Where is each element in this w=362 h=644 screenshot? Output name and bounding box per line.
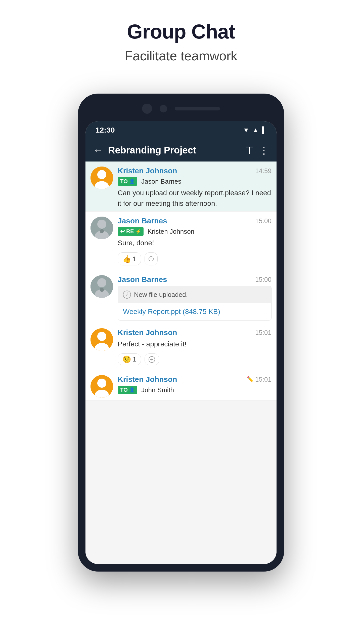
- avatar: [90, 275, 113, 298]
- message-content: Jason Barnes 15:00 ↩ RE ⚡ Kristen Johnso…: [118, 217, 272, 267]
- speaker-icon: [175, 107, 220, 110]
- message-content: Kristen Johnson 15:01 Perfect - apprecia…: [118, 328, 272, 367]
- svg-point-1: [97, 170, 106, 179]
- status-icons: ▼ ▲ ▌: [243, 126, 266, 134]
- signal-icon: ▲: [252, 126, 259, 134]
- page-subtitle: Facilitate teamwork: [0, 48, 362, 63]
- avatar: [90, 217, 113, 239]
- svg-point-21: [97, 379, 106, 388]
- worried-emoji: 😟: [122, 355, 131, 364]
- reactions: 😟 1: [118, 353, 272, 365]
- message-header: Jason Barnes 15:00: [118, 217, 272, 225]
- phone-top-bar: [85, 101, 277, 116]
- add-reaction-button[interactable]: [145, 252, 158, 265]
- battery-icon: ▌: [262, 126, 266, 134]
- phone-screen: 12:30 ▼ ▲ ▌ ← Rebranding Project ⊤ ⋮: [85, 121, 277, 564]
- mention-line: TO 👤 John Smith: [118, 386, 272, 394]
- to-badge: TO 👤: [118, 177, 137, 186]
- message-item: Kristen Johnson ✏️ 15:01 TO 👤 John Smith: [85, 370, 277, 400]
- phone-wrapper: 12:30 ▼ ▲ ▌ ← Rebranding Project ⊤ ⋮: [78, 94, 284, 572]
- camera-small-icon: [160, 105, 167, 112]
- sender-name: Jason Barnes: [118, 275, 167, 284]
- more-options-icon[interactable]: ⋮: [259, 144, 269, 156]
- sender-name: Jason Barnes: [118, 217, 167, 225]
- phone-frame: 12:30 ▼ ▲ ▌ ← Rebranding Project ⊤ ⋮: [78, 94, 284, 572]
- file-info-text: New file uploaded.: [134, 291, 188, 299]
- svg-point-13: [100, 288, 104, 292]
- svg-point-15: [97, 332, 106, 341]
- message-item: Kristen Johnson 15:01 Perfect - apprecia…: [85, 323, 277, 370]
- message-time: 14:59: [255, 167, 272, 175]
- back-button[interactable]: ←: [93, 145, 103, 156]
- message-text: Sure, done!: [118, 238, 272, 248]
- to-badge: TO 👤: [118, 386, 137, 394]
- message-header: Kristen Johnson 15:01: [118, 328, 272, 337]
- message-text: Perfect - appreciate it!: [118, 339, 272, 349]
- avatar: [90, 328, 113, 351]
- mention-name: Kristen Johnson: [148, 228, 194, 235]
- svg-point-11: [97, 278, 106, 287]
- message-item: Kristen Johnson 14:59 TO 👤 Jason Barnes …: [85, 162, 277, 212]
- chat-header: ← Rebranding Project ⊤ ⋮: [85, 139, 277, 162]
- mention-line: TO 👤 Jason Barnes: [118, 177, 272, 186]
- file-info-bar: i New file uploaded.: [118, 286, 271, 303]
- thumbsup-reaction[interactable]: 👍 1: [118, 252, 141, 265]
- info-icon: i: [123, 291, 131, 299]
- page-title: Group Chat: [0, 20, 362, 43]
- message-time: ✏️ 15:01: [247, 376, 272, 383]
- svg-point-6: [100, 229, 104, 233]
- status-time: 12:30: [96, 126, 115, 134]
- page-header: Group Chat Facilitate teamwork: [0, 0, 362, 73]
- add-reaction-button[interactable]: [145, 353, 159, 365]
- re-badge: ↩ RE ⚡: [118, 227, 144, 236]
- sender-name: Kristen Johnson: [118, 167, 177, 175]
- message-time: 15:00: [255, 276, 272, 284]
- avatar: [90, 375, 113, 398]
- file-message: i New file uploaded. Weekly Report.ppt (…: [118, 286, 272, 320]
- chat-body: Kristen Johnson 14:59 TO 👤 Jason Barnes …: [85, 162, 277, 564]
- chat-title: Rebranding Project: [108, 145, 240, 156]
- file-link[interactable]: Weekly Report.ppt (848.75 KB): [118, 303, 271, 320]
- svg-point-4: [97, 220, 106, 229]
- pin-icon[interactable]: ⊤: [245, 144, 254, 156]
- mention-line: ↩ RE ⚡ Kristen Johnson: [118, 227, 272, 236]
- message-header: Kristen Johnson 14:59: [118, 167, 272, 175]
- message-content: Jason Barnes 15:00 i New file uploaded. …: [118, 275, 272, 320]
- message-item: Jason Barnes 15:00 ↩ RE ⚡ Kristen Johnso…: [85, 212, 277, 270]
- sender-name: Kristen Johnson: [118, 328, 177, 337]
- message-content: Kristen Johnson 14:59 TO 👤 Jason Barnes …: [118, 167, 272, 209]
- mention-name: Jason Barnes: [141, 178, 181, 185]
- thumbsup-emoji: 👍: [122, 255, 131, 263]
- message-item: Jason Barnes 15:00 i New file uploaded. …: [85, 270, 277, 323]
- message-header: Kristen Johnson ✏️ 15:01: [118, 375, 272, 384]
- message-content: Kristen Johnson ✏️ 15:01 TO 👤 John Smith: [118, 375, 272, 398]
- message-time: 15:01: [255, 329, 272, 337]
- wifi-icon: ▼: [243, 126, 249, 134]
- worried-reaction[interactable]: 😟 1: [118, 353, 141, 365]
- camera-icon: [142, 104, 152, 114]
- avatar: [90, 167, 113, 189]
- status-bar: 12:30 ▼ ▲ ▌: [85, 121, 277, 139]
- mention-name: John Smith: [141, 386, 174, 394]
- message-time: 15:00: [255, 217, 272, 225]
- sender-name: Kristen Johnson: [118, 375, 177, 384]
- reactions: 👍 1: [118, 252, 272, 265]
- message-header: Jason Barnes 15:00: [118, 275, 272, 284]
- header-icons: ⊤ ⋮: [245, 144, 269, 156]
- message-text: Can you upload our weekly report,please?…: [118, 188, 272, 209]
